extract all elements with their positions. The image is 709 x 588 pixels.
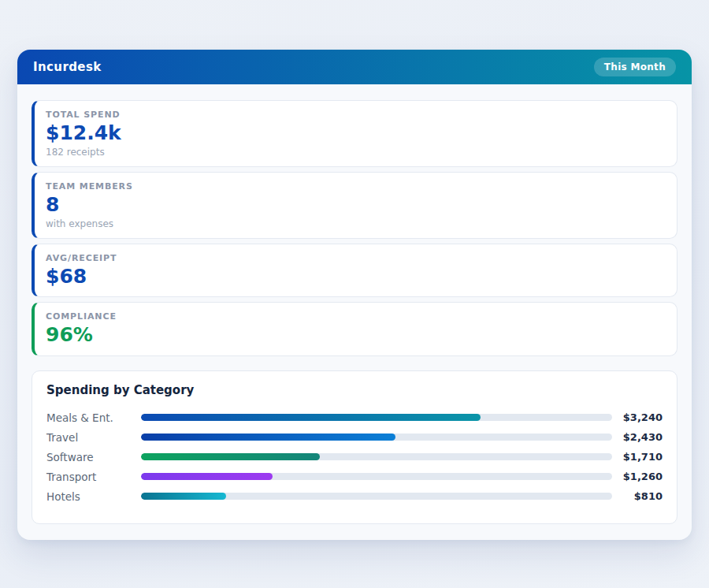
bar-fill-travel <box>141 434 395 441</box>
bar-fill-transport <box>141 473 273 480</box>
bar-fill-hotels <box>141 493 226 500</box>
stat-subtext: 182 receipts <box>46 147 664 158</box>
stat-card-total-spend: TOTAL SPEND $12.4k 182 receipts <box>32 100 677 167</box>
dashboard-content: TOTAL SPEND $12.4k 182 receipts TEAM MEM… <box>17 84 692 524</box>
category-row-meals: Meals & Ent. $3,240 <box>46 408 663 427</box>
panel-title: Spending by Category <box>46 383 663 397</box>
category-label: Transport <box>46 471 141 483</box>
category-label: Meals & Ent. <box>46 411 141 424</box>
stats-list: TOTAL SPEND $12.4k 182 receipts TEAM MEM… <box>32 100 677 356</box>
category-label: Software <box>46 451 141 463</box>
category-value: $810 <box>612 490 663 502</box>
bar-fill-software <box>141 453 320 460</box>
bar-track <box>141 473 612 480</box>
bar-track <box>141 453 612 460</box>
spending-by-category-panel: Spending by Category Meals & Ent. $3,240… <box>32 370 677 524</box>
category-value: $1,260 <box>612 471 663 482</box>
category-value: $2,430 <box>612 431 663 443</box>
stat-subtext: with expenses <box>46 218 664 229</box>
stat-card-compliance: COMPLIANCE 96% <box>32 302 677 356</box>
app-title: Incurdesk <box>33 60 102 74</box>
stat-value: 8 <box>46 194 664 217</box>
category-row-travel: Travel $2,430 <box>46 427 663 447</box>
stat-label: AVG/RECEIPT <box>46 253 664 263</box>
bar-track <box>141 414 612 421</box>
bar-track <box>141 493 612 500</box>
bar-track <box>141 434 612 441</box>
category-row-hotels: Hotels $810 <box>46 486 663 506</box>
dashboard-card: Incurdesk This Month TOTAL SPEND $12.4k … <box>17 50 692 540</box>
stat-card-team-members: TEAM MEMBERS 8 with expenses <box>32 172 677 239</box>
category-row-transport: Transport $1,260 <box>46 467 663 486</box>
stat-value: $12.4k <box>46 122 664 145</box>
category-label: Hotels <box>46 490 141 503</box>
stat-label: TOTAL SPEND <box>46 110 664 120</box>
period-badge[interactable]: This Month <box>594 58 676 76</box>
category-row-software: Software $1,710 <box>46 447 663 467</box>
stat-value: $68 <box>46 266 664 288</box>
stat-label: COMPLIANCE <box>46 311 664 322</box>
app-header: Incurdesk This Month <box>17 50 692 84</box>
category-label: Travel <box>46 431 141 444</box>
stat-label: TEAM MEMBERS <box>46 181 664 192</box>
category-value: $3,240 <box>612 411 663 423</box>
category-value: $1,710 <box>612 451 663 463</box>
stat-value: 96% <box>46 324 664 347</box>
bar-fill-meals <box>141 414 481 421</box>
stat-card-avg-receipt: AVG/RECEIPT $68 <box>32 244 677 298</box>
